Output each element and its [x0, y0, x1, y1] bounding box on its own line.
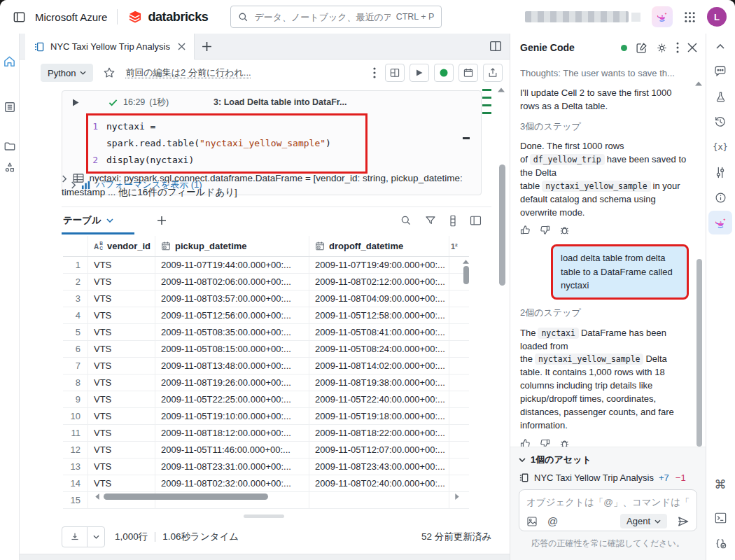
download-button[interactable]: [62, 526, 105, 547]
databricks-logo[interactable]: databricks: [127, 9, 208, 24]
assets-toggle[interactable]: 1個のアセット: [519, 454, 697, 466]
workflows-icon[interactable]: [1, 158, 19, 176]
chat-input[interactable]: [526, 497, 690, 507]
steps-toggle[interactable]: 2個のステップ: [520, 307, 689, 320]
scroll-left-icon[interactable]: [95, 493, 99, 500]
thumbs-down-icon[interactable]: [540, 438, 550, 447]
terminal-icon[interactable]: [708, 505, 732, 531]
dashboard-view-icon[interactable]: [385, 64, 405, 82]
genie-assistant-icon[interactable]: [708, 211, 732, 234]
table-row[interactable]: 9VTS2009-11-05T22:25:00.000+00:...2009-1…: [63, 391, 469, 408]
side-panel-icon[interactable]: [470, 215, 482, 226]
steps-toggle[interactable]: 3個のステップ: [520, 120, 689, 134]
info-icon[interactable]: [708, 185, 732, 210]
scroll-up-icon[interactable]: [463, 260, 469, 264]
mention-icon[interactable]: @: [547, 515, 558, 527]
settings-sliders-icon[interactable]: [708, 160, 732, 185]
search-input[interactable]: [254, 12, 390, 22]
gear-icon[interactable]: [656, 42, 668, 54]
report-bug-icon[interactable]: [559, 225, 570, 235]
apps-grid-icon[interactable]: [684, 11, 696, 23]
scroll-right-icon[interactable]: [455, 493, 459, 500]
table-scrollbar-horizontal[interactable]: [95, 492, 459, 501]
search-results-icon[interactable]: [400, 215, 412, 226]
table-row[interactable]: 2VTS2009-11-08T02:06:00.000+00:...2009-1…: [63, 274, 469, 290]
sidebar-toggle-icon[interactable]: [10, 8, 28, 26]
table-row[interactable]: 14VTS2009-11-08T02:32:00.000+00:...2009-…: [63, 475, 469, 492]
code-editor[interactable]: 1 nyctaxi = spark.read.table("nyctaxi_ye…: [62, 112, 481, 175]
global-search[interactable]: CTRL + P: [230, 6, 442, 28]
report-bug-icon[interactable]: [559, 438, 570, 447]
new-tab-icon[interactable]: [195, 34, 218, 59]
home-icon[interactable]: [1, 52, 19, 70]
scrollbar-thumb[interactable]: [104, 493, 268, 500]
column-header-vendor-id[interactable]: ABC vendor_id: [88, 236, 155, 256]
cluster-status-icon[interactable]: [434, 64, 454, 82]
expand-chevron-icon[interactable]: [62, 175, 67, 183]
run-cell-icon[interactable]: [72, 99, 79, 106]
comments-icon[interactable]: [708, 59, 732, 84]
send-icon[interactable]: [677, 516, 690, 527]
attach-image-icon[interactable]: [526, 516, 538, 527]
scroll-up-icon[interactable]: [695, 81, 702, 86]
table-scrollbar-vertical[interactable]: [463, 260, 469, 284]
table-row[interactable]: 8VTS2009-11-08T19:26:00.000+00:...2009-1…: [63, 374, 469, 391]
scroll-up-icon[interactable]: [498, 88, 505, 92]
table-row[interactable]: 4VTS2009-11-05T12:56:00.000+00:...2009-1…: [63, 307, 469, 324]
table-row[interactable]: 7VTS2009-11-08T13:48:00.000+00:...2009-1…: [63, 358, 469, 374]
table-row[interactable]: 12VTS2009-11-05T11:46:00.000+00:...2009-…: [63, 442, 469, 458]
collapse-up-icon[interactable]: [708, 34, 732, 59]
table-row[interactable]: 6VTS2009-11-05T08:15:00.000+00:...2009-1…: [63, 341, 469, 358]
user-avatar[interactable]: L: [707, 7, 727, 27]
shortcuts-icon[interactable]: ⌘: [708, 472, 732, 497]
scrollbar-thumb[interactable]: [463, 266, 469, 284]
table-row[interactable]: 10VTS2009-11-05T19:10:00.000+00:...2009-…: [63, 408, 469, 425]
thumbs-up-icon[interactable]: [520, 438, 531, 447]
favorite-star-icon[interactable]: [103, 66, 115, 79]
agent-mode-selector[interactable]: Agent: [620, 514, 667, 528]
thumbs-down-icon[interactable]: [540, 225, 550, 235]
table-row[interactable]: 5VTS2009-11-05T08:35:00.000+00:...2009-1…: [63, 324, 469, 341]
last-edit-info[interactable]: 前回の編集は2 分前に行われ...: [125, 66, 251, 79]
table-row[interactable]: 3VTS2009-11-08T03:57:00.000+00:...2009-1…: [63, 290, 469, 307]
genie-header: Genie Code: [510, 34, 706, 62]
filter-icon[interactable]: [425, 215, 436, 226]
download-options-chevron-icon[interactable]: [88, 527, 104, 547]
experiments-icon[interactable]: [708, 84, 732, 109]
split-view-icon[interactable]: [489, 39, 503, 53]
asset-item[interactable]: NYC Taxi Yellow Trip Analysis +7 −1: [519, 472, 697, 483]
download-icon[interactable]: [62, 527, 88, 547]
cell-success-icon: [108, 99, 118, 106]
share-icon[interactable]: [483, 64, 503, 82]
toolbar-kebab-icon[interactable]: [373, 67, 376, 78]
add-visualization-icon[interactable]: [157, 216, 167, 225]
close-panel-icon[interactable]: [687, 43, 697, 52]
tab-table-view[interactable]: テーブル: [62, 206, 132, 234]
variables-icon[interactable]: {x}: [708, 134, 732, 160]
tab-nyc-taxi-notebook[interactable]: NYC Taxi Yellow Trip Analysis: [25, 34, 195, 59]
lint-check-icon[interactable]: [708, 531, 732, 556]
table-row[interactable]: 11VTS2009-11-08T18:12:00.000+00:...2009-…: [63, 425, 469, 442]
cell-resize-handle[interactable]: [463, 137, 470, 139]
table-row[interactable]: 13VTS2009-11-08T23:31:00.000+00:...2009-…: [63, 458, 469, 475]
column-header-dropoff-datetime[interactable]: dropoff_datetime: [309, 236, 449, 256]
genie-lamp-icon[interactable]: [652, 6, 673, 27]
language-selector[interactable]: Python: [41, 64, 93, 82]
run-all-icon[interactable]: [410, 64, 429, 82]
column-header-pickup-datetime[interactable]: pickup_datetime: [155, 236, 309, 256]
assistant-thoughts[interactable]: Thoughts: The user wants to save th...: [520, 67, 689, 80]
column-options-icon[interactable]: [449, 215, 456, 227]
new-chat-icon[interactable]: [636, 42, 648, 54]
chat-scrollbar-thumb[interactable]: [696, 259, 702, 447]
panel-kebab-icon[interactable]: [676, 42, 679, 53]
tab-close-icon[interactable]: [176, 41, 187, 52]
workspace-folder-icon[interactable]: [1, 137, 19, 155]
table-row[interactable]: 1VTS2009-11-07T19:44:00.000+00:...2009-1…: [63, 257, 469, 274]
history-icon[interactable]: [708, 109, 732, 134]
chat-input-box[interactable]: @ Agent: [519, 489, 697, 531]
thumbs-up-icon[interactable]: [520, 225, 531, 235]
notebook-scrollbar-thumb[interactable]: [499, 164, 505, 286]
schedule-icon[interactable]: [458, 64, 478, 82]
notebooks-icon[interactable]: [1, 98, 19, 116]
results-resize-handle[interactable]: [244, 514, 284, 518]
